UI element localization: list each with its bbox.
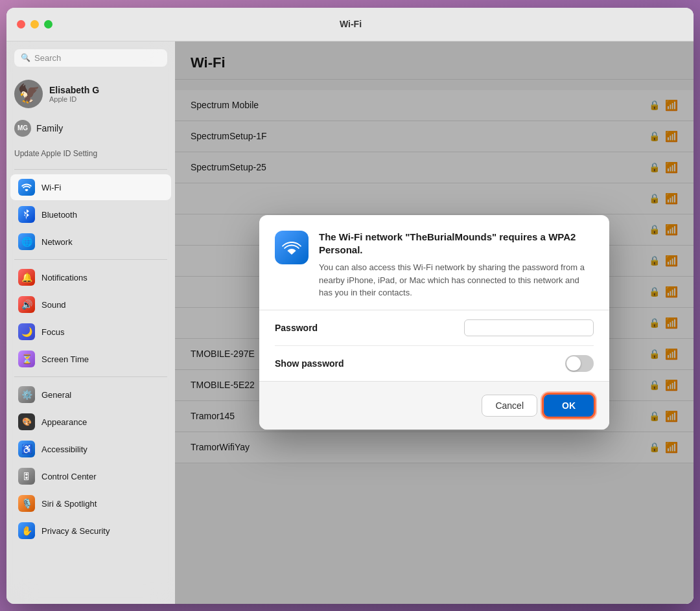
sidebar-item-wifi[interactable]: Wi-Fi [10,174,171,200]
search-bar[interactable]: 🔍 Search [14,49,167,67]
sidebar-label-siri: Siri & Spotlight [41,499,97,509]
wifi-icon [18,179,35,196]
sidebar-item-general[interactable]: ⚙️ General [10,382,171,408]
show-password-toggle[interactable] [565,355,594,372]
modal-wifi-icon [275,231,309,264]
show-password-row: Show password [275,346,594,381]
toggle-knob [566,356,581,371]
sidebar-divider-2 [14,259,167,260]
window-controls [17,20,52,29]
appearance-icon: 🎨 [18,413,35,430]
close-button[interactable] [17,20,25,29]
family-avatar: MG [14,120,31,137]
general-icon: ⚙️ [18,386,35,403]
sidebar-label-accessibility: Accessibility [41,444,88,454]
modal-footer: Cancel OK [259,381,609,430]
profile-subtitle: Apple ID [49,95,99,103]
sidebar-label-notifications: Notifications [41,273,88,282]
main-content: Wi-Fi Spectrum Mobile 🔒 📶 SpectrumSetup-… [175,41,694,604]
sidebar-label-privacy: Privacy & Security [41,526,110,536]
sidebar-label-bluetooth: Bluetooth [41,210,77,220]
avatar-image: 🦅 [18,83,40,104]
screentime-icon: ⏳ [18,351,35,367]
sidebar-label-sound: Sound [41,300,66,310]
family-label: Family [36,123,63,133]
sidebar-item-focus[interactable]: 🌙 Focus [10,319,171,345]
modal-title: The Wi-Fi network "TheBurialMounds" requ… [319,231,594,256]
sidebar-label-wifi: Wi-Fi [41,183,61,192]
password-input[interactable] [464,319,594,336]
sidebar-divider-3 [14,376,167,377]
sound-icon: 🔊 [18,296,35,313]
sidebar-item-network[interactable]: 🌐 Network [10,229,171,255]
password-row: Password [275,310,594,346]
sidebar-label-screentime: Screen Time [41,354,89,364]
sidebar-label-controlcenter: Control Center [41,472,97,481]
sidebar: 🔍 Search 🦅 Elisabeth G Apple ID MG Famil… [6,41,175,604]
sidebar-item-notifications[interactable]: 🔔 Notifications [10,264,171,290]
sidebar-item-controlcenter[interactable]: 🎛 Control Center [10,463,171,489]
siri-icon: 🎙️ [18,495,35,512]
sidebar-divider [14,169,167,170]
settings-window: Wi-Fi 🔍 Search 🦅 Elisabeth G Apple ID [6,8,694,604]
accessibility-icon: ♿ [18,441,35,457]
sidebar-item-privacy[interactable]: ✋ Privacy & Security [10,518,171,544]
sidebar-item-sound[interactable]: 🔊 Sound [10,292,171,317]
sidebar-item-accessibility[interactable]: ♿ Accessibility [10,436,171,462]
modal-header: The Wi-Fi network "TheBurialMounds" requ… [259,215,609,310]
maximize-button[interactable] [44,20,52,29]
window-title: Wi-Fi [52,19,649,29]
sidebar-label-network: Network [41,237,73,247]
modal-overlay: The Wi-Fi network "TheBurialMounds" requ… [175,41,694,604]
ok-button[interactable]: OK [544,395,594,417]
profile-name: Elisabeth G [49,85,99,95]
search-input[interactable]: Search [34,53,61,63]
sidebar-item-siri[interactable]: 🎙️ Siri & Spotlight [10,490,171,516]
update-banner[interactable]: Update Apple ID Setting [14,148,167,159]
focus-icon: 🌙 [18,323,35,340]
wifi-password-modal: The Wi-Fi network "TheBurialMounds" requ… [259,215,609,430]
modal-title-section: The Wi-Fi network "TheBurialMounds" requ… [319,231,594,299]
profile-section[interactable]: 🦅 Elisabeth G Apple ID [6,75,175,113]
sidebar-label-focus: Focus [41,327,64,337]
controlcenter-icon: 🎛 [18,468,35,485]
modal-description: You can also access this Wi-Fi network b… [319,261,594,299]
family-section[interactable]: MG Family [6,116,175,141]
sidebar-item-appearance[interactable]: 🎨 Appearance [10,409,171,435]
notifications-icon: 🔔 [18,269,35,286]
title-bar: Wi-Fi [6,8,694,41]
show-password-label: Show password [275,358,565,369]
minimize-button[interactable] [30,20,39,29]
password-label: Password [275,323,464,333]
sidebar-label-appearance: Appearance [41,417,87,427]
avatar: 🦅 [14,80,43,108]
sidebar-item-screentime[interactable]: ⏳ Screen Time [10,346,171,372]
sidebar-item-bluetooth[interactable]: Bluetooth [10,202,171,227]
cancel-button[interactable]: Cancel [482,395,537,417]
content-area: 🔍 Search 🦅 Elisabeth G Apple ID MG Famil… [6,41,694,604]
modal-form: Password Show password [259,310,609,381]
profile-info: Elisabeth G Apple ID [49,85,99,103]
sidebar-label-general: General [41,390,71,400]
privacy-icon: ✋ [18,522,35,539]
search-icon: 🔍 [21,53,30,62]
bluetooth-icon [18,206,35,223]
network-icon: 🌐 [18,233,35,250]
